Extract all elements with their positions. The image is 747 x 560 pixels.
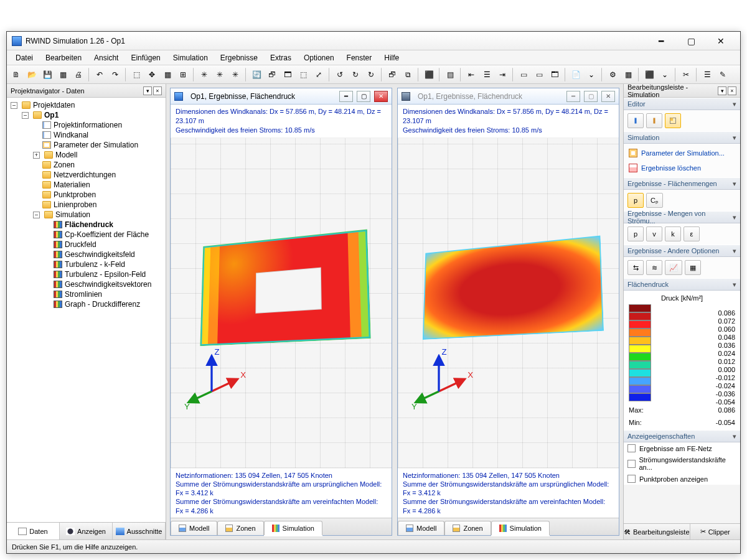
menu-item-ergebnisse[interactable]: Ergebnisse: [214, 52, 264, 64]
toolbar-button[interactable]: 🗔: [548, 68, 561, 82]
toolbar-button[interactable]: ↻: [349, 68, 362, 82]
toolbar-button[interactable]: ✎: [716, 68, 730, 82]
mdi-minimize-button[interactable]: ━: [339, 91, 353, 102]
viewport-tab-simulation[interactable]: Simulation: [491, 521, 550, 535]
other-opt-2[interactable]: ≋: [646, 260, 662, 275]
toolbar-button[interactable]: ✥: [145, 68, 159, 82]
other-opt-1[interactable]: ⇆: [627, 260, 644, 275]
toolbar-button[interactable]: ▦: [621, 68, 635, 82]
result-qty-button[interactable]: Cₚ: [646, 193, 663, 208]
mdi-close-button[interactable]: ✕: [601, 91, 615, 102]
tree-item[interactable]: –Simulation: [33, 210, 164, 220]
mdi-minimize-button[interactable]: ━: [566, 91, 580, 102]
mdi-titlebar[interactable]: Op1, Ergebnisse, Flächendruck ━ ▢ ✕: [171, 88, 392, 105]
tree-item[interactable]: Cp-Koeffizient der Fläche: [44, 230, 164, 240]
chevron-down-icon[interactable]: ▾: [733, 100, 736, 108]
toolbar-button[interactable]: ↶: [93, 68, 106, 82]
display-checkbox-row[interactable]: Strömungswiderstandskräfte an...: [624, 454, 740, 473]
menu-item-fenster[interactable]: Fenster: [341, 52, 378, 64]
toolbar-button[interactable]: ⇤: [464, 68, 478, 82]
tree-item[interactable]: Druckfeld: [44, 240, 164, 250]
menu-item-ansicht[interactable]: Ansicht: [88, 52, 125, 64]
viewport-tab-modell[interactable]: Modell: [398, 521, 444, 535]
toolbar-button[interactable]: ✳: [197, 68, 211, 82]
menu-item-einfügen[interactable]: Einfügen: [125, 52, 166, 64]
menu-item-extras[interactable]: Extras: [264, 52, 298, 64]
other-opt-4[interactable]: ▦: [685, 260, 701, 275]
toolbar-button[interactable]: ▭: [517, 68, 530, 82]
tree-item[interactable]: Netzverdichtungen: [33, 170, 164, 180]
toolbar-button[interactable]: ✂: [679, 68, 693, 82]
viewport-tab-simulation[interactable]: Simulation: [264, 521, 322, 535]
tree-item[interactable]: Punktproben: [33, 190, 164, 200]
toolbar-button[interactable]: ⤢: [312, 68, 326, 82]
checkbox[interactable]: [627, 460, 636, 468]
mdi-maximize-button[interactable]: ▢: [584, 91, 598, 102]
chevron-down-icon[interactable]: ▾: [733, 247, 736, 255]
mdi-close-button[interactable]: ✕: [374, 91, 388, 102]
toolbar-button[interactable]: 📂: [25, 68, 39, 82]
right-tab-bearbeitungsleiste[interactable]: 🛠 Bearbeitungsleiste: [624, 524, 690, 539]
menu-item-datei[interactable]: Datei: [9, 52, 39, 64]
tree-item[interactable]: Geschwindigkeitsfeld: [44, 250, 164, 259]
toolbar-button[interactable]: ✳: [228, 68, 242, 82]
chevron-down-icon[interactable]: ▾: [733, 432, 736, 441]
viewport-3d[interactable]: X Y Z: [398, 138, 619, 468]
tree-item[interactable]: Stromlinien: [44, 289, 164, 299]
panel-pin-icon[interactable]: ▾: [718, 86, 726, 95]
tree-item[interactable]: Geschwindigkeitsvektoren: [44, 279, 164, 289]
navigator-pin-icon[interactable]: ▾: [143, 86, 152, 95]
tree-item[interactable]: Zonen: [33, 160, 164, 170]
viewport-tab-modell[interactable]: Modell: [171, 521, 217, 535]
toolbar-button[interactable]: ✳: [213, 68, 227, 82]
toolbar-button[interactable]: ⌄: [658, 68, 672, 82]
mdi-titlebar[interactable]: Op1, Ergebnisse, Flächendruck ━ ▢ ✕: [398, 88, 619, 105]
sim-link[interactable]: Ergebnisse löschen: [627, 162, 736, 174]
toolbar-button[interactable]: ↷: [108, 68, 122, 82]
panel-close-icon[interactable]: ×: [728, 86, 736, 95]
toolbar-button[interactable]: ↺: [333, 68, 347, 82]
tree-item[interactable]: Materialien: [33, 180, 164, 190]
navigator-tab-daten[interactable]: Daten: [7, 523, 60, 539]
viewport-3d[interactable]: X Y Z: [171, 138, 392, 468]
menu-item-simulation[interactable]: Simulation: [167, 52, 214, 64]
tree-item[interactable]: –Op1: [22, 110, 164, 120]
menu-item-hilfe[interactable]: Hilfe: [378, 52, 405, 64]
toolbar-button[interactable]: ⇥: [496, 68, 509, 82]
window-maximize-button[interactable]: ▢: [677, 34, 705, 48]
editor-btn-3[interactable]: [665, 113, 681, 128]
mdi-maximize-button[interactable]: ▢: [357, 91, 370, 102]
toolbar-button[interactable]: 🗗: [265, 68, 279, 82]
viewport-tab-zonen[interactable]: Zonen: [217, 521, 263, 535]
checkbox[interactable]: [627, 475, 636, 483]
result-qty-button[interactable]: ε: [684, 226, 700, 241]
display-checkbox-row[interactable]: Punktproben anzeigen: [624, 473, 740, 485]
result-qty-button[interactable]: p: [627, 226, 644, 241]
navigator-close-icon[interactable]: ×: [153, 86, 162, 95]
toolbar-button[interactable]: ⚙: [606, 68, 619, 82]
window-minimize-button[interactable]: ━: [647, 34, 675, 48]
toolbar-button[interactable]: 🖨: [72, 68, 85, 82]
tree-item[interactable]: Windkanal: [33, 130, 164, 140]
toolbar-button[interactable]: ⌄: [585, 68, 598, 82]
toolbar-button[interactable]: ☰: [700, 68, 714, 82]
chevron-down-icon[interactable]: ▾: [733, 213, 736, 222]
viewport-tab-zonen[interactable]: Zonen: [444, 521, 491, 535]
toolbar-button[interactable]: ⊞: [176, 68, 190, 82]
toolbar-button[interactable]: 🔄: [250, 68, 263, 82]
toolbar-button[interactable]: ▭: [532, 68, 546, 82]
project-tree[interactable]: –Projektdaten–Op1ProjektinformationenWin…: [7, 98, 166, 522]
chevron-down-icon[interactable]: ▾: [733, 281, 736, 289]
tree-item[interactable]: Flächendruck: [44, 220, 164, 230]
toolbar-button[interactable]: 📄: [569, 68, 583, 82]
toolbar-button[interactable]: ▤: [443, 68, 457, 82]
navigator-tab-ausschnitte[interactable]: Ausschnitte: [113, 523, 166, 539]
toolbar-button[interactable]: 💾: [40, 68, 54, 82]
toolbar-button[interactable]: ⬛: [642, 68, 656, 82]
toolbar-button[interactable]: ⬚: [129, 68, 143, 82]
toolbar-button[interactable]: ⬚: [296, 68, 310, 82]
tree-item[interactable]: Turbulenz - k-Feld: [44, 259, 164, 269]
tree-item[interactable]: Turbulenz - Epsilon-Feld: [44, 269, 164, 279]
toolbar-button[interactable]: ⧉: [401, 68, 415, 82]
toolbar-button[interactable]: ▦: [56, 68, 70, 82]
